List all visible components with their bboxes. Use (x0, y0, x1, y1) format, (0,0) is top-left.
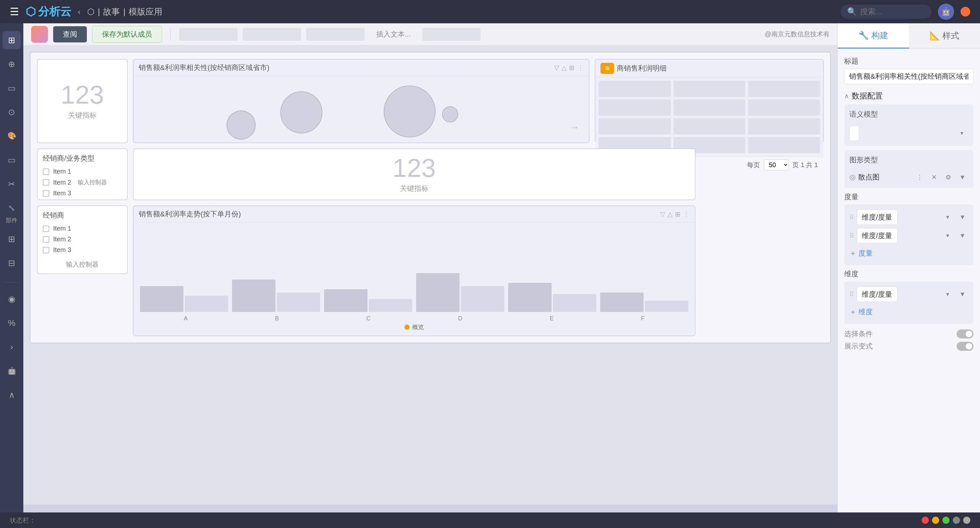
breadcrumb: ⬡ | 故事 | 模版应用 (87, 6, 163, 17)
sidebar-item-percent[interactable]: % (3, 314, 21, 332)
status-dot-orange[interactable] (932, 517, 939, 524)
show-variable-toggle[interactable] (957, 342, 974, 351)
semantic-model-select-wrapper (850, 126, 968, 141)
filter-dealer-checkbox-3[interactable] (43, 247, 49, 253)
scatter-up-icon[interactable]: △ (562, 64, 566, 71)
filter-biz-checkbox-3[interactable] (43, 190, 49, 197)
bar-group-c (324, 289, 412, 312)
dimension-field-1-drag[interactable]: ⠿ (850, 290, 854, 298)
filter-dealer-checkbox-2[interactable] (43, 236, 49, 243)
right-panel-header: ≡ 商销售利润明细 (595, 60, 823, 78)
sidebar-item-frame[interactable]: ▭ (3, 151, 21, 169)
measure-field-1-select[interactable]: 维度/度量 (857, 209, 897, 225)
color-dot[interactable] (961, 7, 970, 16)
sidebar-item-link[interactable]: ⊕ (3, 55, 21, 73)
measure-field-1-drag[interactable]: ⠿ (850, 214, 854, 221)
sidebar-item-target[interactable]: ⊙ (3, 103, 21, 121)
sidebar-item-bot[interactable]: 🤖 (3, 362, 21, 380)
scatter-filter-icon[interactable]: ▽ (554, 64, 559, 71)
filter-dealer-input-label: 输入控制器 (43, 260, 122, 269)
preview-button[interactable]: 查阅 (53, 26, 87, 43)
chart-type-settings-icon[interactable]: ⚙ (942, 171, 954, 183)
menu-icon[interactable]: ☰ (10, 5, 19, 18)
chart-type-more-icon[interactable]: ⋮ (914, 171, 926, 183)
trend-chart-actions[interactable]: ▽ △ ⊞ ⋮ (660, 210, 690, 218)
scatter-bubble-medium (226, 111, 256, 140)
save-button[interactable]: 保存为默认成员 (92, 26, 162, 43)
right-panel-cell-2 (673, 81, 745, 97)
scatter-grid-icon[interactable]: ⊞ (569, 64, 574, 71)
kpi-card-1: 123 关键指标 (37, 59, 128, 143)
right-panel-cell-1 (598, 81, 670, 97)
bar-e-1 (508, 283, 552, 312)
trend-up-icon[interactable]: △ (668, 210, 673, 218)
trend-more-icon[interactable]: ⋮ (683, 210, 690, 218)
filter-biz-checkbox-2[interactable] (43, 179, 49, 186)
insert-text-button[interactable]: 插入文本... (370, 30, 417, 39)
trend-grid-icon[interactable]: ⊞ (675, 210, 681, 218)
avatar[interactable]: 🤖 (938, 3, 954, 20)
measure-field-2-drag[interactable]: ⠿ (850, 232, 854, 240)
dimension-field-1-chevron[interactable]: ▼ (957, 289, 968, 300)
filter-biz-input-label-2: 输入控制器 (78, 179, 107, 186)
content-area: 查阅 保存为默认成员 插入文本... @南京元数信息技术有 123 关键 (23, 23, 837, 512)
measure-label: 度量 (844, 192, 974, 202)
chart-type-chevron-icon[interactable]: ▼ (957, 171, 968, 183)
scatter-chart-actions[interactable]: ▽ △ ⊞ ⋮ (554, 64, 584, 71)
right-panel-drag-handle[interactable]: ≡ (600, 63, 614, 74)
trend-filter-icon[interactable]: ▽ (660, 210, 665, 218)
status-dot-gray1[interactable] (953, 517, 960, 524)
scroll-bar[interactable] (23, 505, 837, 512)
sidebar-item-collapse[interactable]: ∧ (3, 386, 21, 404)
sidebar-item-layers[interactable]: ▭ (3, 79, 21, 97)
config-title-input[interactable] (844, 69, 974, 84)
sidebar-group-bot: 🤖 (0, 360, 23, 381)
status-dot-green[interactable] (942, 517, 950, 524)
status-dots (922, 517, 970, 524)
scatter-more-icon[interactable]: ⋮ (577, 64, 584, 71)
chart-type-close-icon[interactable]: ✕ (928, 171, 940, 183)
brand-logo: ⬡ 分析云 (25, 4, 71, 19)
right-panel-row-2 (598, 100, 820, 116)
scatter-arrow-icon: → (570, 122, 579, 133)
filter-biz-label-2: Item 2 (53, 179, 71, 186)
config-measure-section: 度量 ⠿ 维度/度量 ▼ (844, 192, 974, 265)
sidebar-item-paint[interactable]: 🎨 (3, 127, 21, 145)
main-layout: ⊞ ⊕ ▭ ⊙ 🎨 ▭ ✂ ⤡ 部件 ⊞ ⊟ (0, 23, 980, 512)
search-input[interactable] (860, 7, 925, 16)
filter-dealer-checkbox-1[interactable] (43, 225, 49, 232)
filter-biz-item-3: Item 3 (43, 190, 122, 197)
filter-biz-checkbox-1[interactable] (43, 168, 49, 175)
sidebar-item-more[interactable]: › (3, 338, 21, 356)
status-dot-gray2[interactable] (963, 517, 970, 524)
sidebar-item-plus-chart[interactable]: ⊞ (3, 230, 21, 248)
canvas-inner: 123 关键指标 销售额&利润率相关性(按经销商区域省市) ▽ △ ⊞ ⋮ (30, 52, 831, 343)
add-measure-btn[interactable]: ＋ 度量 (850, 246, 968, 260)
chart-type-label: 图形类型 (850, 155, 968, 165)
add-dimension-btn[interactable]: ＋ 维度 (850, 305, 968, 319)
dimension-field-1-select[interactable]: 维度/度量 (857, 287, 897, 302)
sidebar-item-template[interactable]: ⊟ (3, 254, 21, 272)
tab-build[interactable]: 🔧 构建 (838, 23, 909, 49)
sidebar-item-resize[interactable]: ⤡ (3, 199, 21, 217)
tab-style[interactable]: 📐 样式 (909, 23, 980, 48)
measure-field-2-select[interactable]: 维度/度量 (857, 228, 897, 243)
select-condition-toggle[interactable] (957, 330, 974, 338)
config-title-label: 标题 (844, 56, 974, 66)
sidebar-item-scissors[interactable]: ✂ (3, 175, 21, 193)
back-button[interactable]: ‹ (78, 7, 81, 17)
status-dot-red[interactable] (922, 517, 929, 524)
scatter-bubble-large (280, 91, 323, 133)
sidebar-item-grid[interactable]: ⊞ (3, 31, 21, 49)
sidebar-item-toggle[interactable]: ◉ (3, 290, 21, 308)
semantic-model-select[interactable] (850, 126, 859, 141)
sidebar-group-resize: ⤡ 部件 (0, 198, 23, 225)
scatter-bubble-small (442, 106, 458, 122)
data-section-chevron[interactable]: ∧ (844, 92, 849, 100)
measure-field-2-select-wrapper: 维度/度量 (857, 228, 954, 243)
config-chart-type: 图形类型 ◎ 散点图 ⋮ ✕ ⚙ ▼ (844, 150, 974, 188)
measure-field-1-chevron[interactable]: ▼ (957, 211, 968, 223)
measure-field-2-chevron[interactable]: ▼ (957, 230, 968, 242)
bar-a-2 (185, 296, 228, 312)
search-bar[interactable]: 🔍 (841, 5, 931, 19)
